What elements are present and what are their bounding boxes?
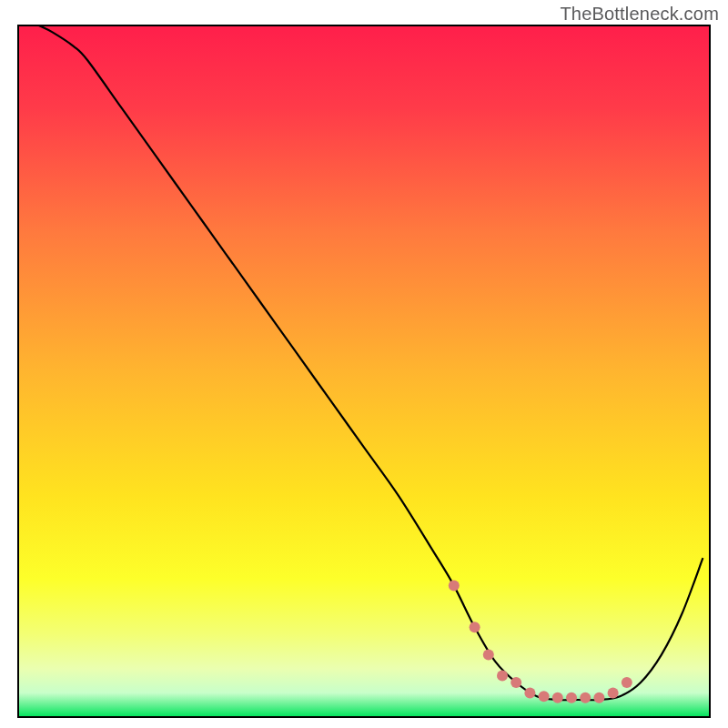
valley-point: [622, 677, 632, 688]
valley-point: [593, 693, 604, 703]
chart-stage: TheBottleneck.com: [0, 0, 728, 728]
valley-point: [608, 687, 619, 698]
valley-point: [449, 581, 460, 592]
valley-point: [566, 693, 577, 703]
valley-point: [497, 670, 508, 681]
valley-point: [470, 622, 480, 632]
valley-point: [524, 687, 535, 698]
valley-point: [511, 677, 521, 688]
plot-background: [18, 25, 710, 717]
valley-point: [483, 650, 494, 661]
valley-point: [552, 693, 563, 703]
valley-point: [580, 693, 591, 703]
chart-svg: [0, 0, 728, 728]
valley-point: [539, 691, 550, 702]
